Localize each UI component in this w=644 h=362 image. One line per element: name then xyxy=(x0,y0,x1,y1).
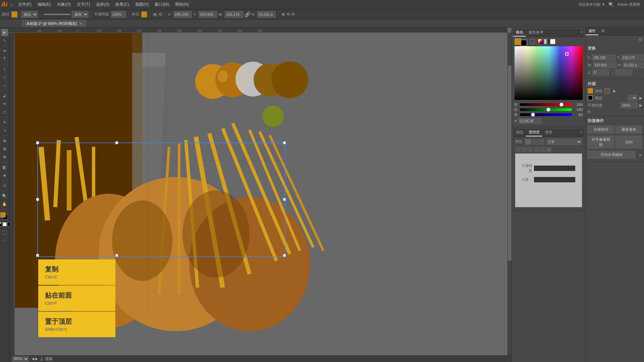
menu-view[interactable]: 视图(V) xyxy=(132,1,151,8)
puppet-warp-icon[interactable]: ⊕ xyxy=(281,12,285,17)
pen-tool[interactable]: ✒ xyxy=(1,47,8,55)
x-coord-input[interactable] xyxy=(173,11,192,18)
artboard-tool[interactable]: ⬚ xyxy=(1,228,8,236)
stroke-settings-icon[interactable]: ▶ xyxy=(639,96,642,100)
tab-stroke[interactable]: 描边 xyxy=(513,129,526,136)
rotate-tool[interactable]: ↻ xyxy=(1,119,8,126)
scale-tool[interactable]: ⤡ xyxy=(1,127,8,134)
blue-slider-track[interactable] xyxy=(520,113,572,116)
blend-icon-2[interactable] xyxy=(540,147,545,152)
context-menu-item-bring-to-front[interactable]: 置于顶层 Shift+Ctrl+] xyxy=(38,312,115,337)
text-tool[interactable]: T xyxy=(1,55,8,63)
warp-tool[interactable]: ⊗ xyxy=(1,137,8,144)
tab-close-icon-1[interactable]: ✕ xyxy=(79,22,82,25)
free-transform-tool[interactable]: ⊞ xyxy=(1,145,8,153)
color-spectrum-container[interactable] xyxy=(515,46,583,100)
recolor-btn[interactable]: 重新着色 xyxy=(615,126,642,133)
context-menu-item-paste-front[interactable]: 贴在前面 Ctrl+F xyxy=(38,286,115,311)
white-color-btn[interactable] xyxy=(3,222,7,226)
vertical-scroll-thumb[interactable] xyxy=(508,65,512,260)
eyedropper-tool[interactable]: ◈ xyxy=(1,172,8,179)
tab-properties[interactable]: 属性 xyxy=(586,27,598,35)
menu-window[interactable]: 窗口(W) xyxy=(152,1,172,8)
gradient-tool[interactable]: ◧ xyxy=(1,164,8,171)
blend-tool[interactable]: ⊙ xyxy=(1,182,8,189)
opacity-icon-2[interactable] xyxy=(521,147,527,152)
blend-mode-btn-2[interactable] xyxy=(532,139,538,145)
menu-help[interactable]: 帮助(H) xyxy=(172,1,192,8)
color-panel-menu-icon[interactable]: ≡ xyxy=(579,29,584,37)
fill-color-box[interactable] xyxy=(0,212,6,218)
opacity-icon-3[interactable] xyxy=(527,147,533,152)
fill-color-swatch[interactable] xyxy=(11,11,17,17)
select-tool[interactable]: ▶ xyxy=(1,29,8,36)
h-input-prop[interactable] xyxy=(623,62,644,68)
global-edit-btn[interactable]: 启动全局编辑 xyxy=(588,151,635,159)
menu-object[interactable]: 对象(O) xyxy=(54,1,73,8)
more-tools[interactable]: ··· xyxy=(1,236,8,244)
arrange-icon[interactable]: ⟳ xyxy=(291,12,295,17)
none-indicator[interactable] xyxy=(530,39,535,44)
zoom-select[interactable]: 600% xyxy=(12,356,29,362)
opacity-input[interactable] xyxy=(111,11,126,18)
none-color-btn[interactable] xyxy=(0,222,2,226)
blue-slider-thumb[interactable] xyxy=(531,113,535,117)
x-input-prop[interactable] xyxy=(592,55,615,61)
context-menu-item-copy[interactable]: 复制 Ctrl+C xyxy=(38,259,115,285)
status-arrows[interactable]: ◀ ▶ xyxy=(32,357,38,361)
angle-input[interactable] xyxy=(592,69,609,75)
canvas-area[interactable]: -200 -100 0 100 200 300 400 500 600 700 … xyxy=(9,27,512,362)
w-coord-input[interactable] xyxy=(225,11,243,18)
green-slider-thumb[interactable] xyxy=(546,108,550,112)
pencil-tool[interactable]: ✏ xyxy=(1,100,8,108)
stroke-expand-icon[interactable]: ▶ xyxy=(613,89,616,93)
tab-libraries[interactable]: 库 xyxy=(598,27,607,35)
fill-none-btn[interactable] xyxy=(604,88,610,94)
line-tool[interactable]: \ xyxy=(1,66,8,73)
link-icon[interactable]: 🔗 xyxy=(245,12,250,17)
canvas-viewport[interactable]: 复制 Ctrl+C 贴在前面 Ctrl+F 置于顶层 Shift+Ctrl+] xyxy=(15,33,507,358)
global-edit-expand-icon[interactable]: ▼ xyxy=(638,153,642,157)
shear-input[interactable] xyxy=(615,69,632,75)
hex-input[interactable] xyxy=(518,118,541,124)
pattern-mode-btn[interactable]: ⊡ xyxy=(550,39,555,44)
tab-transparency[interactable]: 透明度 xyxy=(526,129,542,136)
stroke-swatch-prop[interactable] xyxy=(588,95,593,101)
align-pixel-grid-btn[interactable]: 对齐像素网格 xyxy=(588,136,614,148)
color-mode-btn[interactable] xyxy=(538,39,543,44)
menu-effects[interactable]: 效果(C) xyxy=(113,1,132,8)
stroke-options-select[interactable]: -- xyxy=(628,95,637,101)
w-input-prop[interactable] xyxy=(593,62,616,68)
red-slider-thumb[interactable] xyxy=(559,103,564,107)
menu-file[interactable]: 文件(F) xyxy=(15,1,34,8)
fill-swatch-prop[interactable] xyxy=(588,88,593,94)
transp-panel-menu-icon[interactable]: ≡ xyxy=(579,129,584,136)
rect-tool[interactable]: □ xyxy=(1,74,8,81)
red-slider-track[interactable] xyxy=(520,103,572,106)
y-input-prop[interactable] xyxy=(621,55,644,61)
home-icon[interactable]: ⌂ xyxy=(10,2,13,7)
offset-path-btn[interactable]: 位移路径 xyxy=(588,126,614,133)
h-coord-input[interactable] xyxy=(257,11,276,18)
opacity-input-prop[interactable] xyxy=(621,102,637,108)
draw-mode-select[interactable]: 描边 xyxy=(21,11,38,18)
workspace-label[interactable]: 传统基本功能 ▼ xyxy=(578,2,605,7)
stroke-indicator-panel[interactable] xyxy=(521,40,527,46)
blend-mode-select[interactable]: 正常 xyxy=(546,139,582,145)
opacity-icon-1[interactable] xyxy=(515,147,521,152)
settings-icon[interactable]: ⚙ xyxy=(638,37,643,42)
tab-gradient[interactable]: 渐变 xyxy=(542,129,555,136)
hand-tool[interactable]: ✋ xyxy=(1,200,8,208)
opacity-expand-icon[interactable]: ▶ xyxy=(639,103,642,108)
more-options-icon[interactable]: ⟲ xyxy=(286,12,290,17)
tab-color-reference[interactable]: 颜色参考 xyxy=(526,29,546,37)
zoom-tool[interactable]: 🔍 xyxy=(1,192,8,200)
document-tab-1[interactable]: 未标题-2* @ 600% (RGB/预览) ✕ xyxy=(22,20,86,27)
menu-text[interactable]: 文字(T) xyxy=(74,1,93,8)
ellipse-tool[interactable]: ○ xyxy=(1,82,8,89)
green-slider-track[interactable] xyxy=(520,108,572,111)
shape-builder-tool[interactable]: ⊕ xyxy=(1,153,8,161)
gradient-mode-btn[interactable] xyxy=(544,39,549,44)
fill-indicator[interactable] xyxy=(515,38,521,45)
arrange-btn[interactable]: 排列 xyxy=(615,136,642,148)
